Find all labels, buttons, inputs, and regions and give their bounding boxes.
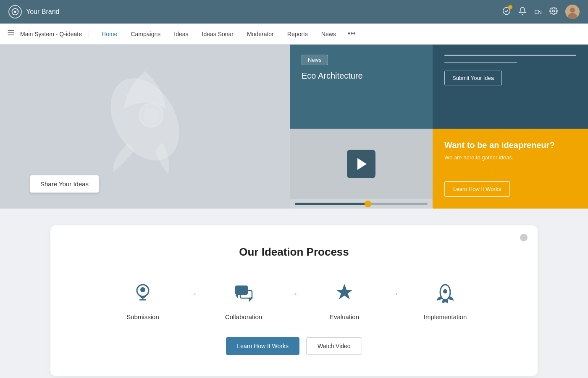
side-line-long <box>444 55 576 56</box>
step-collaboration-label: Collaboration <box>225 313 262 320</box>
topbar: Your Brand EN <box>0 0 588 24</box>
topbar-actions: EN <box>502 5 580 19</box>
implementation-icon <box>432 280 459 307</box>
play-button[interactable] <box>347 150 375 178</box>
video-panel <box>290 129 433 209</box>
ideapreneur-panel: Want to be an ideapreneur? We are here t… <box>433 129 588 209</box>
video-area <box>290 129 433 199</box>
side-panel: Submit Your Idea <box>433 45 588 129</box>
news-panel: News Eco Architecture <box>290 45 433 129</box>
brand-label: Your Brand <box>26 8 59 16</box>
step-submission-label: Submission <box>126 313 159 320</box>
step-submission: Submission <box>105 280 181 320</box>
evaluation-icon <box>331 280 358 307</box>
hero-bottom-right: Want to be an ideapreneur? We are here t… <box>290 129 588 209</box>
process-actions: Learn How It Works Watch Video <box>76 337 512 355</box>
watch-video-button[interactable]: Watch Video <box>306 337 362 355</box>
navbar: Main System - Q-ideate Home Campaigns Id… <box>0 24 588 45</box>
svg-point-11 <box>144 108 159 123</box>
svg-marker-18 <box>336 284 353 299</box>
system-label: Main System - Q-ideate <box>20 31 89 37</box>
process-section: Our Ideation Process Submission → <box>0 209 588 378</box>
brand: Your Brand <box>8 5 59 19</box>
hero-top-right: News Eco Architecture Submit Your Idea <box>290 45 588 129</box>
ideapreneur-text: We are here to gather ideas. <box>444 154 576 161</box>
nav-news[interactable]: News <box>315 28 342 40</box>
brand-icon <box>8 5 22 19</box>
learn-how-button[interactable]: Learn How It Works <box>444 181 510 197</box>
svg-point-20 <box>443 289 447 293</box>
card-dot <box>520 234 528 241</box>
arrow-1: → <box>181 288 206 299</box>
share-ideas-button[interactable]: Share Your Ideas <box>30 175 99 193</box>
bell-icon[interactable] <box>518 7 527 17</box>
step-evaluation: Evaluation <box>307 280 382 320</box>
avatar[interactable] <box>565 5 580 19</box>
nav-reports[interactable]: Reports <box>281 28 314 40</box>
svg-point-4 <box>570 8 575 13</box>
news-title: Eco Architecture <box>302 71 421 81</box>
hero-left-panel: Share Your Ideas <box>0 45 290 209</box>
process-steps: Submission → Collaboration → <box>76 280 512 320</box>
notification-badge <box>508 5 512 9</box>
step-implementation-label: Implementation <box>424 313 467 320</box>
language-selector[interactable]: EN <box>534 9 542 15</box>
side-line-short <box>444 62 517 63</box>
video-progress-fill <box>295 203 368 205</box>
step-collaboration: Collaboration <box>206 280 281 320</box>
hero-right-panel: News Eco Architecture Submit Your Idea <box>290 45 588 209</box>
nav-ideas[interactable]: Ideas <box>168 28 194 40</box>
news-badge: News <box>302 55 328 65</box>
process-card: Our Ideation Process Submission → <box>50 225 538 376</box>
ideapreneur-title: Want to be an ideapreneur? <box>444 140 576 150</box>
play-triangle-icon <box>357 158 367 170</box>
svg-point-13 <box>140 287 145 292</box>
arrow-2: → <box>281 288 307 299</box>
submission-icon <box>129 280 156 307</box>
check-icon[interactable] <box>502 7 511 17</box>
nav-home[interactable]: Home <box>96 28 123 40</box>
settings-icon[interactable] <box>549 7 558 17</box>
nav-moderator[interactable]: Moderator <box>241 28 280 40</box>
svg-point-2 <box>553 10 555 12</box>
collaboration-icon <box>230 280 257 307</box>
submit-idea-button[interactable]: Submit Your Idea <box>444 71 502 85</box>
process-title: Our Ideation Process <box>76 246 512 259</box>
learn-how-it-works-button[interactable]: Learn How It Works <box>226 337 299 355</box>
menu-icon[interactable] <box>7 29 15 39</box>
video-progress-bar[interactable] <box>295 203 428 205</box>
nav-campaigns[interactable]: Campaigns <box>125 28 166 40</box>
step-implementation: Implementation <box>407 280 483 320</box>
nav-ideas-sonar[interactable]: Ideas Sonar <box>196 28 240 40</box>
arrow-3: → <box>382 288 407 299</box>
nav-links: Home Campaigns Ideas Ideas Sonar Moderat… <box>96 28 581 40</box>
video-progress-thumb <box>365 201 371 207</box>
nav-more-icon[interactable]: ••• <box>344 28 360 40</box>
step-evaluation-label: Evaluation <box>330 313 359 320</box>
hero-section: Share Your Ideas News Eco Architecture S… <box>0 45 588 209</box>
